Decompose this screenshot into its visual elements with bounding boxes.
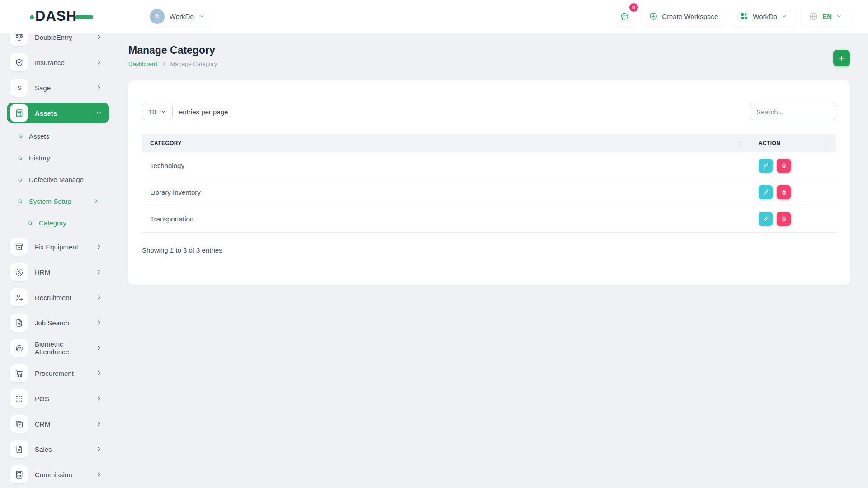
edit-button[interactable] — [759, 159, 773, 173]
add-category-button[interactable]: + — [833, 50, 850, 66]
sort-icon[interactable] — [737, 141, 742, 146]
column-header-action[interactable]: ACTION — [750, 134, 836, 152]
sidebar-item-insurance[interactable]: Insurance — [7, 52, 109, 73]
chat-bubble-icon — [620, 11, 630, 21]
document-icon — [10, 440, 28, 458]
messages-button[interactable]: 0 — [614, 6, 635, 27]
edit-button[interactable] — [759, 185, 773, 199]
sidebar-item-commission[interactable]: Commission — [7, 464, 109, 485]
sidebar-item-label: Fix Equipment — [35, 243, 96, 251]
user-plus-icon — [10, 288, 28, 306]
table-toolbar: 10 entries per page — [142, 103, 836, 120]
topbar-actions: 0 Create Workspace WorkDo EN — [614, 6, 850, 27]
chevron-right-icon — [96, 84, 102, 91]
sidebar-subitem-history[interactable]: History — [7, 149, 109, 167]
sidebar-item-crm[interactable]: CRM — [7, 413, 109, 434]
chevron-right-icon — [94, 198, 109, 204]
chevron-down-icon — [836, 14, 842, 19]
letter-s-icon: S — [10, 79, 28, 97]
table-row: Technology — [142, 152, 836, 179]
chevron-right-icon — [96, 471, 102, 478]
chevron-down-icon — [160, 109, 166, 114]
sidebar-subitem-assets[interactable]: Assets — [7, 127, 109, 145]
delete-button[interactable] — [777, 185, 791, 199]
building-icon — [153, 12, 161, 20]
logo-text: DASH — [35, 8, 77, 24]
chevron-down-icon — [781, 14, 787, 19]
workspace-name: WorkDo — [170, 13, 194, 20]
search-input[interactable] — [750, 103, 836, 120]
archive-icon — [10, 238, 28, 256]
sidebar-item-sales[interactable]: Sales — [7, 439, 109, 460]
cart-icon — [10, 364, 28, 382]
sidebar-item-label: Assets — [35, 109, 96, 117]
sidebar-item-label: Job Search — [35, 319, 96, 327]
edit-button[interactable] — [759, 212, 773, 226]
workdo-menu-label: WorkDo — [753, 13, 777, 20]
create-workspace-button[interactable]: Create Workspace — [641, 6, 726, 27]
column-header-label: ACTION — [759, 140, 780, 146]
chevron-right-icon — [96, 319, 102, 326]
sidebar-item-biometric-attendance[interactable]: Biometric Attendance — [7, 338, 109, 358]
chevron-down-icon — [199, 14, 205, 19]
circle-bullet-icon — [17, 198, 23, 204]
sort-icon[interactable] — [823, 141, 828, 146]
breadcrumb-current: Manage Category — [170, 61, 217, 67]
chevron-right-icon — [96, 269, 102, 275]
grid-plus-icon — [740, 12, 749, 21]
assets-submenu: Assets History Defective Manage System S… — [7, 127, 109, 232]
column-header-label: CATEGORY — [150, 140, 182, 146]
workspace-avatar — [150, 9, 165, 24]
sidebar-subitem-label: Defective Manage — [29, 176, 109, 183]
entries-summary: Showing 1 to 3 of 3 entries — [142, 246, 836, 254]
category-cell: Technology — [142, 152, 750, 179]
pencil-icon — [763, 162, 769, 169]
workdo-apps-button[interactable]: WorkDo — [731, 6, 795, 27]
chevron-right-icon — [96, 370, 102, 376]
breadcrumb-dashboard-link[interactable]: Dashboard — [128, 61, 157, 67]
sidebar-subitem-category[interactable]: Category — [7, 214, 109, 232]
pencil-icon — [763, 189, 769, 196]
entries-per-page-select[interactable]: 10 — [142, 103, 173, 120]
chevron-right-icon — [96, 421, 102, 427]
sidebar-subitem-defective-manage[interactable]: Defective Manage — [7, 170, 109, 188]
sidebar-item-label: Biometric Attendance — [35, 340, 96, 356]
language-code: EN — [822, 13, 832, 20]
create-workspace-label: Create Workspace — [662, 13, 718, 20]
sidebar-item-fix-equipment[interactable]: Fix Equipment — [7, 236, 109, 257]
sidebar-item-recruitment[interactable]: Recruitment — [7, 287, 109, 308]
trash-icon — [781, 162, 787, 169]
dash-logo[interactable]: DASH — [30, 8, 93, 24]
breadcrumb: Dashboard Manage Category — [128, 61, 850, 67]
sidebar-item-job-search[interactable]: Job Search — [7, 312, 109, 333]
column-header-category[interactable]: CATEGORY — [142, 134, 750, 152]
trash-icon — [781, 216, 787, 222]
table-row: Transportation — [142, 206, 836, 232]
pencil-icon — [763, 216, 769, 222]
language-selector[interactable]: EN — [801, 6, 850, 27]
sidebar-item-label: Procurement — [35, 370, 96, 377]
sidebar-item-doubleentry[interactable]: DoubleEntry — [7, 33, 109, 47]
chevron-right-icon — [96, 446, 102, 452]
table-row: Library Inventory — [142, 179, 836, 206]
delete-button[interactable] — [777, 212, 791, 226]
sidebar-item-hrm[interactable]: HRM — [7, 262, 109, 282]
sidebar-item-pos[interactable]: POS — [7, 388, 109, 409]
sidebar-subitem-system-setup[interactable]: System Setup — [7, 192, 109, 210]
workspace-switcher[interactable]: WorkDo — [146, 6, 213, 27]
globe-icon — [809, 12, 818, 21]
delete-button[interactable] — [777, 159, 791, 173]
copy-plus-icon — [10, 415, 28, 433]
messages-badge: 0 — [629, 3, 638, 12]
trash-icon — [781, 189, 787, 196]
sidebar: DoubleEntry Insurance S Sage — [0, 33, 117, 488]
entries-per-page-value: 10 — [149, 108, 156, 116]
sidebar-subitem-label: Category — [39, 219, 109, 227]
entries-per-page-label: entries per page — [179, 108, 228, 116]
page-title: Manage Category — [128, 44, 850, 56]
circle-bullet-icon — [17, 155, 23, 161]
calculator-icon — [10, 104, 28, 122]
sidebar-item-assets[interactable]: Assets — [7, 103, 109, 123]
sidebar-item-procurement[interactable]: Procurement — [7, 363, 109, 384]
sidebar-item-sage[interactable]: S Sage — [7, 77, 109, 98]
